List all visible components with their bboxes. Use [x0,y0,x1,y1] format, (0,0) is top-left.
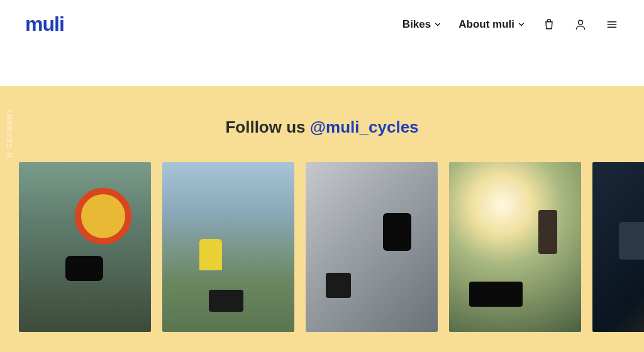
nav-bikes-label: Bikes [402,18,431,31]
hamburger-icon [606,18,618,31]
nav-bikes[interactable]: Bikes [402,18,441,31]
menu-button[interactable] [605,18,619,31]
gallery-image[interactable] [162,162,294,332]
cart-button[interactable] [542,18,556,31]
gallery-image[interactable] [449,162,581,332]
user-icon [574,18,587,31]
gallery-image[interactable] [592,162,644,332]
nav-about[interactable]: About muli [458,18,525,31]
brand-logo[interactable]: muli [25,13,64,36]
side-label: N GERMANY [6,107,13,157]
shopping-bag-icon [543,18,555,31]
nav-about-label: About muli [458,18,514,31]
instagram-handle-link[interactable]: @muli_cycles [310,118,419,136]
site-header: muli Bikes About muli [0,0,644,48]
follow-prefix: Folllow us [225,118,309,136]
instagram-gallery [0,162,644,332]
chevron-down-icon [435,21,441,28]
account-button[interactable] [574,18,587,31]
svg-point-0 [579,20,583,25]
follow-section: Folllow us @muli_cycles N GERMANY [0,86,644,352]
gallery-image[interactable] [19,162,151,332]
gallery-image[interactable] [306,162,438,332]
main-nav: Bikes About muli [402,18,619,31]
follow-heading: Folllow us @muli_cycles [0,118,644,137]
chevron-down-icon [518,21,525,28]
